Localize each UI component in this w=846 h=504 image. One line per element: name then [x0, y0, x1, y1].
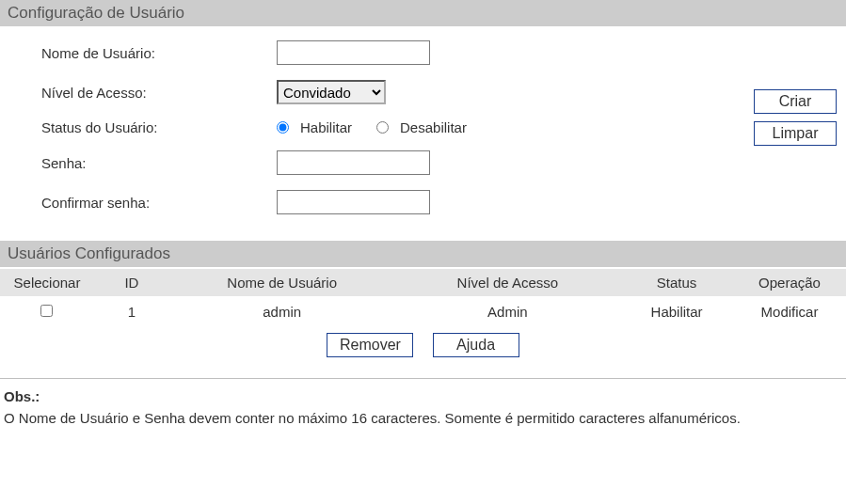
col-select: Selecionar — [0, 269, 94, 297]
confirm-input[interactable] — [277, 190, 430, 214]
row-id: 1 — [94, 296, 169, 327]
col-username: Nome de Usuário — [169, 269, 395, 297]
col-id: ID — [94, 269, 169, 297]
row-modify-link[interactable]: Modificar — [761, 304, 819, 320]
row-select-checkbox[interactable] — [40, 305, 53, 317]
level-select[interactable]: Convidado — [277, 80, 386, 104]
create-button[interactable]: Criar — [754, 89, 837, 114]
username-label: Nome de Usuário: — [41, 45, 277, 61]
password-input[interactable] — [277, 150, 430, 175]
users-header: Usuários Configurados — [0, 241, 846, 268]
confirm-label: Confirmar senha: — [41, 195, 277, 211]
password-label: Senha: — [41, 155, 277, 171]
config-header: Configuração de Usuário — [0, 0, 846, 27]
level-label: Nível de Acesso: — [41, 85, 277, 101]
note-section: Obs.: O Nome de Usuário e Senha devem co… — [0, 388, 846, 441]
note-title: Obs.: — [4, 388, 840, 404]
username-input[interactable] — [277, 40, 430, 65]
row-level: Admin — [395, 296, 621, 327]
help-button[interactable]: Ajuda — [433, 333, 519, 357]
row-username: admin — [169, 296, 395, 327]
col-status: Status — [620, 269, 733, 297]
note-text: O Nome de Usuário e Senha devem conter n… — [4, 408, 840, 428]
note-separator — [0, 378, 846, 379]
user-config-form: Nome de Usuário: Nível de Acesso: Convid… — [0, 27, 846, 237]
table-row: 1 admin Admin Habilitar Modificar — [0, 296, 846, 327]
status-disable-text: Desabilitar — [400, 119, 467, 135]
row-status: Habilitar — [620, 296, 733, 327]
remove-button[interactable]: Remover — [327, 333, 413, 357]
clear-button[interactable]: Limpar — [754, 121, 837, 146]
status-disable-radio[interactable] — [376, 121, 389, 134]
status-enable-text: Habilitar — [300, 119, 352, 135]
users-table: Selecionar ID Nome de Usuário Nível de A… — [0, 268, 846, 327]
col-op: Operação — [733, 269, 846, 297]
status-enable-radio[interactable] — [277, 121, 289, 134]
status-label: Status do Usuário: — [41, 119, 277, 135]
col-level: Nível de Acesso — [395, 269, 621, 297]
